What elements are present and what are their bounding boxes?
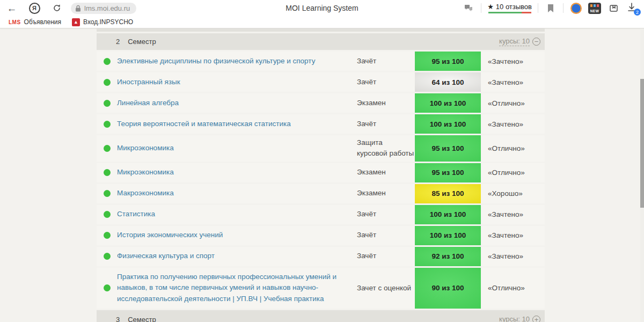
course-row: История экономических учений Зачёт 100 и… bbox=[97, 226, 545, 245]
color-circle-extension-icon bbox=[570, 3, 582, 14]
semester-number: 3 bbox=[116, 316, 120, 322]
score-badge: 95 из 100 bbox=[415, 163, 481, 182]
course-link[interactable]: Статистика bbox=[117, 209, 155, 220]
assessment-type: Зачёт bbox=[357, 52, 415, 71]
grade-text: «Зачтено» bbox=[481, 247, 545, 266]
dot-cell bbox=[97, 184, 117, 203]
collections-button[interactable] bbox=[607, 2, 620, 14]
grade-text: «Отлично» bbox=[481, 93, 545, 113]
divider bbox=[481, 3, 481, 13]
courses-count-link[interactable]: курсы: 10 bbox=[499, 315, 530, 322]
dot-cell bbox=[97, 163, 117, 182]
grade-text: «Зачтено» bbox=[481, 72, 545, 92]
assessment-type: Зачёт bbox=[357, 247, 415, 266]
star-icon: ★ bbox=[487, 3, 494, 11]
grades-table: 2 Семестр курсы: 10 − Элективные дисципл… bbox=[97, 28, 545, 322]
grade-text: «Зачтено» bbox=[481, 52, 545, 71]
bookmark-item-inpsycho[interactable]: ▲ Вход.INPSYCHO bbox=[69, 18, 136, 26]
course-link[interactable]: Микроэкономика bbox=[117, 143, 174, 154]
status-dot-icon bbox=[104, 190, 111, 197]
course-link[interactable]: История экономических учений bbox=[117, 230, 223, 241]
divider bbox=[563, 3, 564, 13]
course-link[interactable]: Теория вероятностей и математическая ста… bbox=[117, 119, 291, 130]
dot-cell bbox=[97, 72, 117, 92]
downloads-wrap: 2 bbox=[626, 2, 639, 14]
course-name-cell: Микроэкономика bbox=[117, 163, 357, 182]
extension-browser-button[interactable] bbox=[569, 2, 582, 14]
url-text: lms.moi.edu.ru bbox=[84, 4, 130, 12]
score-badge: 64 из 100 bbox=[415, 72, 481, 92]
new-badge: NEW bbox=[590, 9, 599, 14]
browser-window: ← Я lms.moi.edu.ru MOI Learning System bbox=[0, 0, 644, 322]
course-link[interactable]: Иностранный язык bbox=[117, 77, 180, 88]
downloads-button[interactable]: 2 bbox=[626, 2, 639, 14]
semester-label: Семестр bbox=[128, 316, 156, 322]
bookmark-button[interactable] bbox=[544, 2, 557, 14]
course-link[interactable]: Практика по получению первичных професси… bbox=[117, 272, 352, 305]
courses-count-link[interactable]: курсы: 10 bbox=[499, 37, 530, 46]
status-dot-icon bbox=[104, 169, 111, 176]
course-row: Физическая культура и спорт Зачёт 92 из … bbox=[97, 247, 545, 266]
refresh-button[interactable] bbox=[50, 2, 63, 14]
grade-text: «Отлично» bbox=[481, 135, 545, 162]
expand-icon[interactable]: + bbox=[532, 316, 540, 322]
score-badge: 85 из 100 bbox=[415, 184, 481, 203]
course-name-cell: Теория вероятностей и математическая ста… bbox=[117, 114, 357, 134]
assessment-type: Экзамен bbox=[357, 163, 415, 182]
yandex-browser-button[interactable]: Я bbox=[28, 2, 41, 14]
rating-bar bbox=[488, 12, 531, 13]
course-link[interactable]: Элективные дисциплины по физической куль… bbox=[117, 56, 315, 67]
extension-new-button[interactable]: NEW bbox=[588, 2, 601, 14]
previous-section-tail bbox=[97, 28, 545, 32]
course-row: Иностранный язык Зачёт 64 из 100 «Зачтен… bbox=[97, 72, 545, 92]
back-button[interactable]: ← bbox=[5, 2, 18, 14]
new-extension-dots bbox=[590, 4, 599, 7]
dot-cell bbox=[97, 52, 117, 71]
semester-footer[interactable]: 3 Семестр курсы: 10 + bbox=[97, 310, 545, 322]
course-name-cell: Макроэкономика bbox=[117, 184, 357, 203]
status-dot-icon bbox=[104, 100, 111, 107]
site-rating-button[interactable]: ★ 10 отзывов bbox=[487, 3, 532, 13]
bookmark-item-announcements[interactable]: LMS Объявления bbox=[5, 18, 64, 26]
course-rows: Элективные дисциплины по физической куль… bbox=[97, 52, 545, 309]
course-name-cell: История экономических учений bbox=[117, 226, 357, 245]
course-row: Элективные дисциплины по физической куль… bbox=[97, 52, 545, 71]
score-badge: 100 из 100 bbox=[415, 114, 481, 134]
grade-text: «Зачтено» bbox=[481, 205, 545, 224]
course-link[interactable]: Макроэкономика bbox=[117, 188, 174, 199]
course-row: Линейная алгебра Экзамен 100 из 100 «Отл… bbox=[97, 93, 545, 113]
grade-text: «Зачтено» bbox=[481, 226, 545, 245]
course-name-cell: Линейная алгебра bbox=[117, 93, 357, 113]
page-title: MOI Learning System bbox=[286, 0, 358, 16]
semester-label: Семестр bbox=[128, 38, 156, 46]
semester-footer-right: курсы: 10 + bbox=[499, 315, 540, 322]
semester-header[interactable]: 2 Семестр курсы: 10 − bbox=[97, 33, 545, 50]
status-dot-icon bbox=[104, 284, 111, 291]
feedback-button[interactable] bbox=[462, 2, 475, 14]
collapse-icon[interactable]: − bbox=[532, 38, 540, 46]
bookmark-flag-icon bbox=[547, 4, 554, 13]
status-dot-icon bbox=[104, 121, 111, 128]
dot-cell bbox=[97, 205, 117, 224]
course-name-cell: Микроэкономика bbox=[117, 135, 357, 162]
semester-header-right: курсы: 10 − bbox=[499, 37, 540, 46]
course-name-cell: Статистика bbox=[117, 205, 357, 224]
yandex-icon: Я bbox=[29, 3, 40, 14]
address-bar[interactable]: lms.moi.edu.ru bbox=[71, 3, 136, 14]
dot-cell bbox=[97, 114, 117, 134]
inpsycho-favicon: ▲ bbox=[72, 18, 80, 26]
back-arrow-icon: ← bbox=[7, 3, 17, 13]
assessment-type: Зачёт bbox=[357, 114, 415, 134]
assessment-type: Зачёт bbox=[357, 226, 415, 245]
course-link[interactable]: Линейная алгебра bbox=[117, 98, 179, 109]
status-dot-icon bbox=[104, 211, 111, 218]
course-row: Микроэкономика Экзамен 95 из 100 «Отличн… bbox=[97, 163, 545, 182]
score-badge: 100 из 100 bbox=[415, 205, 481, 224]
lock-icon bbox=[75, 5, 81, 12]
divider bbox=[538, 3, 538, 13]
scrollbar-thumb[interactable] bbox=[640, 79, 644, 208]
semester-number: 2 bbox=[116, 38, 120, 46]
course-link[interactable]: Микроэкономика bbox=[117, 167, 174, 178]
course-link[interactable]: Физическая культура и спорт bbox=[117, 251, 215, 262]
grade-text: «Отлично» bbox=[481, 268, 545, 309]
